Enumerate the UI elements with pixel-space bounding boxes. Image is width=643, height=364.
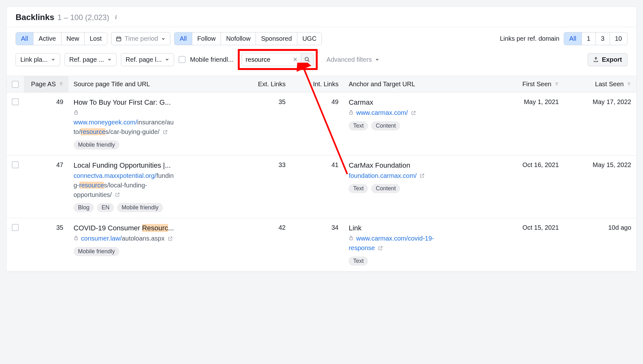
tag: Mobile friendly [74,140,119,150]
upload-icon [593,57,599,62]
source-title[interactable]: COVID-19 Consumer Resourc... [74,224,230,232]
annotation-highlight-box: ✕ [238,49,318,70]
svg-point-4 [305,57,308,61]
tag: Text [349,184,368,193]
info-icon[interactable]: i [112,14,119,21]
search-icon [304,57,310,62]
page-as-value: 49 [24,93,68,156]
lock-icon [349,235,354,242]
links-per-domain-1[interactable]: 1 [582,32,596,45]
source-title[interactable]: How To Buy Your First Car: G... [74,98,230,107]
lock-icon [74,109,79,116]
svg-rect-17 [74,112,77,114]
col-page-as[interactable]: Page AS [24,76,68,93]
export-label: Export [602,56,622,63]
status-filter-all[interactable]: All [16,32,33,45]
ref-page-dropdown[interactable]: Ref. page ... [65,53,117,66]
chevron-down-icon [375,57,379,62]
int-links-value: 34 [291,218,343,272]
status-filter-active[interactable]: Active [33,32,61,45]
first-seen-value: Oct 16, 2021 [495,155,564,218]
mobile-friendly-filter[interactable]: Mobile friendl... [179,56,233,63]
filters-row-2: Link pla... Ref. page ... Ref. page l...… [7,45,636,76]
chevron-down-icon [107,57,112,62]
int-links-value: 49 [291,93,343,156]
follow-filter-nofollow[interactable]: Nofollow [221,32,256,45]
anchor-url[interactable]: www.carmax.com/ [356,109,408,116]
col-int-links[interactable]: Int. Links [291,76,343,93]
col-last-seen[interactable]: Last Seen [564,76,636,93]
sort-icon [59,80,63,88]
ref-page-loc-dropdown[interactable]: Ref. page l... [121,53,174,66]
follow-filter-group: All Follow Nofollow Sponsored UGC [174,32,322,45]
anchor-text: CarMax Foundation [349,161,490,170]
table-header-row: Page AS Source page Title and URL Ext. L… [7,76,636,93]
col-checkbox [7,76,24,93]
ref-page-loc-label: Ref. page l... [126,56,162,63]
ext-links-value: 33 [235,155,291,218]
first-seen-value: Oct 15, 2021 [495,218,564,272]
chevron-down-icon [161,37,166,41]
source-title[interactable]: Local Funding Opportunities |... [74,161,230,170]
mobile-friendly-checkbox[interactable] [179,56,186,63]
row-checkbox[interactable] [12,224,19,231]
links-per-domain-10[interactable]: 10 [610,32,627,45]
external-link-icon[interactable] [168,234,173,244]
link-placement-dropdown[interactable]: Link pla... [16,53,60,66]
col-first-seen[interactable]: First Seen [495,76,564,93]
anchor-url[interactable]: www.carmax.com/covid-19-response [349,235,434,251]
tag: Blog [74,203,94,212]
anchor-text: Carmax [349,98,490,107]
external-link-icon[interactable] [115,190,120,200]
follow-filter-follow[interactable]: Follow [192,32,221,45]
time-period-label: Time period [125,35,158,42]
links-per-domain-3[interactable]: 3 [596,32,610,45]
table-row: 49How To Buy Your First Car: G... www.mo… [7,93,636,156]
external-link-icon[interactable] [420,171,425,181]
external-link-icon[interactable] [163,128,168,137]
links-per-domain-label: Links per ref. domain [500,35,560,42]
chevron-down-icon [51,57,55,62]
search-button[interactable] [301,53,314,66]
status-filter-lost[interactable]: Lost [85,32,107,45]
follow-filter-sponsored[interactable]: Sponsored [256,32,297,45]
time-period-dropdown[interactable]: Time period [111,32,171,45]
source-url[interactable]: consumer.law/ [81,235,122,242]
external-link-icon[interactable] [411,108,416,118]
links-per-domain-group: All 1 3 10 [564,32,627,45]
header: Backlinks 1 – 100 (2,023) i [7,7,636,27]
result-range: 1 – 100 (2,023) [57,13,109,22]
follow-filter-ugc[interactable]: UGC [297,32,322,45]
anchor-url[interactable]: foundation.carmax.com/ [349,172,416,179]
external-link-icon[interactable] [378,244,383,253]
chevron-down-icon [165,57,169,62]
links-per-domain-all[interactable]: All [564,32,582,45]
source-url[interactable]: connectva.maxxpotential.org/ [74,172,156,179]
ext-links-value: 35 [235,93,291,156]
source-url[interactable]: www.moneygeek.com/ [74,119,137,126]
col-ext-links[interactable]: Ext. Links [235,76,291,93]
col-source[interactable]: Source page Title and URL [68,76,235,93]
table-row: 35COVID-19 Consumer Resourc... consumer.… [7,218,636,272]
tag: Content [371,121,400,130]
tag: EN [97,203,114,212]
sort-icon [555,80,559,88]
first-seen-value: May 1, 2021 [495,93,564,156]
lock-icon [349,109,354,116]
lock-icon [74,235,79,242]
mobile-friendly-label: Mobile friendl... [190,56,233,63]
status-filter-new[interactable]: New [61,32,85,45]
col-anchor[interactable]: Anchor and Target URL [343,76,495,93]
page-as-value: 35 [24,218,68,272]
row-checkbox[interactable] [12,161,19,168]
export-button[interactable]: Export [588,53,627,66]
advanced-filters-dropdown[interactable]: Advanced filters [322,53,384,66]
backlinks-table: Page AS Source page Title and URL Ext. L… [7,76,636,272]
follow-filter-all[interactable]: All [174,32,192,45]
last-seen-value: 10d ago [564,218,636,272]
select-all-checkbox[interactable] [12,81,19,88]
ext-links-value: 42 [235,218,291,272]
row-checkbox[interactable] [12,98,19,105]
clear-search-icon[interactable]: ✕ [290,56,301,63]
search-input[interactable] [242,53,290,66]
